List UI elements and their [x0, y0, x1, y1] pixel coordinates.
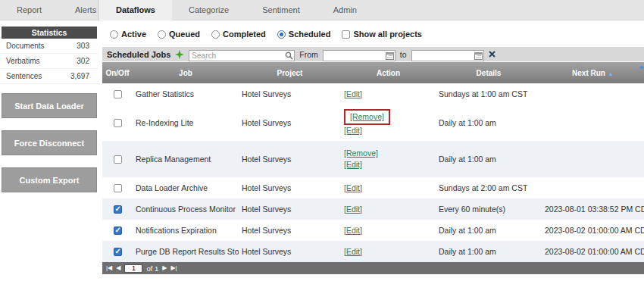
next-page-button[interactable]: ▶	[162, 262, 167, 274]
filter-radio-completed[interactable]: Completed	[211, 30, 266, 39]
filter-radio-label: Completed	[223, 30, 266, 39]
action-link-edit[interactable]: [Edit]	[344, 247, 362, 256]
job-project-cell: Hotel Surveys	[239, 241, 341, 262]
filter-radio-active[interactable]: Active	[110, 30, 146, 39]
calendar-icon[interactable]	[386, 49, 394, 63]
job-name-cell: Replica Management	[133, 141, 239, 177]
tabgroup-main: DataflowsCategorizeSentimentAdmin	[99, 0, 644, 20]
to-label: to	[400, 50, 407, 59]
column-header-project[interactable]: Project	[239, 62, 341, 83]
action-link-remove[interactable]: [Remove]	[344, 148, 378, 158]
first-page-button[interactable]: |◀	[106, 262, 112, 274]
job-onoff-checkbox[interactable]	[114, 248, 122, 256]
jobs-table-header: On/OffJobProjectActionDetailsNext Run▲	[102, 62, 644, 83]
job-details-cell: Daily at 1:00 am	[436, 241, 542, 262]
last-page-button[interactable]: ▶|	[170, 262, 177, 274]
toolbar-title: Scheduled Jobs	[107, 50, 170, 59]
job-row: Re-Indexing LiteHotel Surveys[Remove][Ed…	[102, 105, 644, 141]
tab-admin[interactable]: Admin	[317, 0, 374, 20]
column-header-on-off[interactable]: On/Off	[102, 62, 133, 83]
tab-report[interactable]: Report	[0, 0, 58, 20]
column-header-job[interactable]: Job	[133, 62, 239, 83]
job-name-cell: Purge DB Report Results Store	[133, 241, 239, 262]
refresh-icon[interactable]	[175, 50, 184, 59]
column-chooser-icon[interactable]: ◂▸	[639, 64, 643, 70]
search-input[interactable]	[189, 50, 295, 61]
action-link-edit[interactable]: [Edit]	[344, 160, 362, 169]
search-field-wrap	[189, 48, 295, 61]
stat-label: Verbatims	[6, 54, 39, 68]
job-onoff-checkbox[interactable]	[114, 90, 122, 98]
column-header-details[interactable]: Details	[436, 62, 542, 83]
filter-radio-label: Active	[121, 30, 146, 39]
action-link-edit[interactable]: [Edit]	[344, 205, 362, 214]
action-line: [Edit]	[344, 246, 433, 258]
radio-icon	[110, 30, 118, 39]
job-onoff-cell	[102, 105, 133, 141]
stat-value: 303	[77, 39, 89, 53]
job-row: Gather StatisticsHotel Surveys[Edit]Sund…	[102, 83, 644, 105]
sidebar-button-custom-export[interactable]: Custom Export	[2, 167, 97, 192]
from-date-wrap	[323, 48, 395, 61]
job-action-cell: [Edit]	[341, 198, 436, 220]
job-nextrun-cell: 2023-08-01 03:38:52 PM CDT	[542, 198, 644, 220]
job-onoff-cell	[102, 220, 133, 241]
from-date-input[interactable]	[323, 50, 395, 61]
job-details-cell: Daily at 1:00 am	[436, 220, 542, 241]
action-link-edit[interactable]: [Edit]	[344, 183, 362, 192]
job-row: Replica ManagementHotel Surveys[Remove][…	[102, 141, 644, 177]
filter-radio-scheduled[interactable]: Scheduled	[277, 30, 331, 39]
statistics-header: Statistics	[2, 27, 97, 39]
job-name-cell: Re-Indexing Lite	[133, 105, 239, 141]
prev-page-button[interactable]: ◀	[116, 262, 120, 274]
calendar-icon[interactable]	[474, 49, 483, 63]
sidebar-button-force-disconnect[interactable]: Force Disconnect	[2, 130, 97, 155]
sidebar: Statistics Documents303Verbatims302Sente…	[0, 20, 98, 192]
action-line: [Edit]	[344, 89, 433, 100]
action-line: [Edit]	[344, 159, 433, 170]
stat-label: Sentences	[6, 69, 42, 83]
job-onoff-checkbox[interactable]	[114, 184, 122, 192]
sidebar-button-start-data-loader[interactable]: Start Data Loader	[2, 93, 97, 118]
search-icon[interactable]	[285, 49, 293, 63]
sort-asc-icon: ▲	[608, 70, 614, 77]
app-window: ReportAlerts DataflowsCategorizeSentimen…	[0, 0, 644, 303]
column-header-next-run[interactable]: Next Run▲	[542, 62, 644, 83]
job-onoff-checkbox[interactable]	[114, 205, 122, 214]
action-line: [Edit]	[344, 204, 433, 215]
action-line: [Remove]	[344, 109, 433, 125]
job-onoff-checkbox[interactable]	[114, 119, 122, 127]
action-link-remove[interactable]: [Remove]	[350, 112, 384, 121]
tab-sentiment[interactable]: Sentiment	[245, 0, 317, 20]
tab-dataflows[interactable]: Dataflows	[99, 0, 172, 20]
job-name-cell: Continuous Process Monitor	[133, 198, 239, 220]
action-link-edit[interactable]: [Edit]	[344, 226, 362, 235]
filters-row: ActiveQueuedCompletedScheduledShow all p…	[102, 20, 644, 45]
job-name-cell: Data Loader Archive	[133, 177, 239, 198]
job-name-cell: Gather Statistics	[133, 83, 239, 105]
filter-radio-queued[interactable]: Queued	[158, 30, 200, 39]
tab-categorize[interactable]: Categorize	[172, 0, 245, 20]
page-count-label: of 1	[146, 264, 158, 273]
job-onoff-cell	[102, 141, 133, 177]
job-details-cell: Daily at 1:00 am	[436, 105, 542, 141]
column-header-action[interactable]: Action	[341, 62, 436, 83]
clear-dates-icon[interactable]	[489, 51, 496, 58]
job-action-cell: [Edit]	[341, 177, 436, 198]
page-number-input[interactable]	[124, 264, 142, 273]
top-tabbar: ReportAlerts DataflowsCategorizeSentimen…	[0, 0, 644, 20]
job-onoff-checkbox[interactable]	[114, 226, 122, 235]
to-date-input[interactable]	[411, 50, 484, 61]
job-nextrun-cell	[542, 177, 644, 198]
action-link-edit[interactable]: [Edit]	[344, 126, 362, 135]
radio-icon	[158, 30, 166, 39]
action-link-edit[interactable]: [Edit]	[344, 89, 362, 98]
pagination-bar: |◀ ◀ of 1 ▶ ▶|	[102, 262, 644, 274]
jobs-grid-wrap: On/OffJobProjectActionDetailsNext Run▲ G…	[102, 62, 644, 262]
filter-radio-label: Scheduled	[289, 30, 331, 39]
show-all-projects-checkbox[interactable]: Show all projects	[342, 30, 421, 39]
job-onoff-checkbox[interactable]	[114, 155, 122, 164]
job-onoff-cell	[102, 177, 133, 198]
job-action-cell: [Edit]	[341, 241, 436, 262]
job-project-cell: Hotel Surveys	[239, 83, 341, 105]
